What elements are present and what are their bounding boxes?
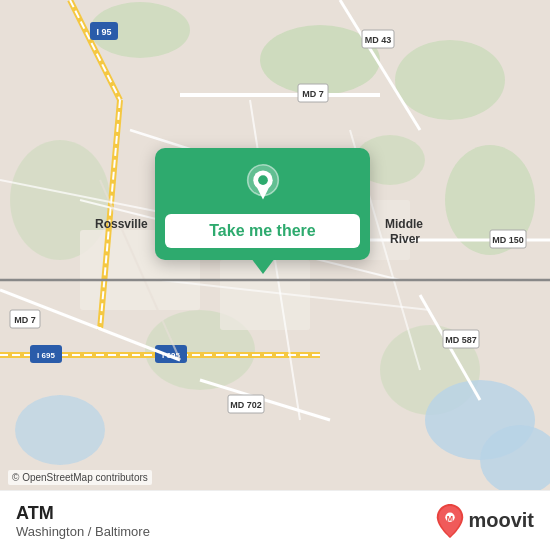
svg-point-57	[258, 175, 268, 185]
moovit-logo-text: moovit	[468, 509, 534, 532]
take-me-there-button[interactable]: Take me there	[165, 214, 360, 248]
location-pin-icon	[242, 164, 284, 206]
svg-text:MD 702: MD 702	[230, 400, 262, 410]
map-container: I 95 I 695 I 695 MD 7 MD 7 MD 43 MD 150	[0, 0, 550, 550]
svg-text:MD 7: MD 7	[14, 315, 36, 325]
svg-point-11	[15, 395, 105, 465]
svg-text:River: River	[390, 232, 420, 246]
svg-text:MD 587: MD 587	[445, 335, 477, 345]
moovit-pin-icon: M	[436, 504, 464, 538]
svg-text:MD 7: MD 7	[302, 89, 324, 99]
place-name: ATM	[16, 503, 150, 524]
svg-text:MD 43: MD 43	[365, 35, 392, 45]
svg-point-2	[395, 40, 505, 120]
svg-text:I 95: I 95	[96, 27, 111, 37]
bottom-bar: ATM Washington / Baltimore M moovit	[0, 490, 550, 550]
popup-card: Take me there	[155, 148, 370, 260]
svg-text:M: M	[447, 514, 453, 523]
bottom-left: ATM Washington / Baltimore	[16, 503, 150, 539]
middle-river-label: Middle	[385, 217, 423, 231]
rossville-label: Rossville	[95, 217, 148, 231]
svg-text:MD 150: MD 150	[492, 235, 524, 245]
popup-tail	[251, 258, 275, 274]
place-subtitle: Washington / Baltimore	[16, 524, 150, 539]
map-attribution: © OpenStreetMap contributors	[8, 470, 152, 485]
svg-text:I 695: I 695	[37, 351, 55, 360]
moovit-logo: M moovit	[436, 504, 534, 538]
